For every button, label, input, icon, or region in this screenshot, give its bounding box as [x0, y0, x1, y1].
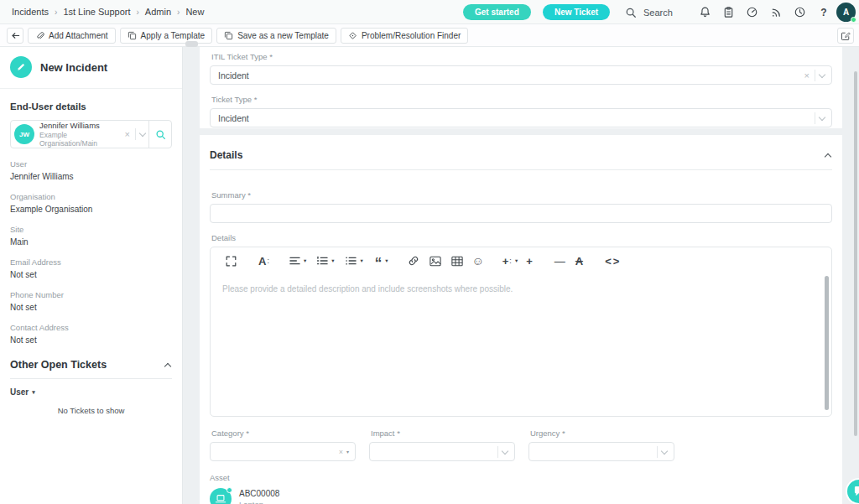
editor-toolbar: A: ▾ ▾ ▾: [211, 247, 831, 274]
caret-down-icon: ▾: [32, 389, 35, 396]
dashboard-gauge-icon[interactable]: [746, 6, 759, 19]
breadcrumb: Incidents › 1st Line Support › Admin › N…: [12, 7, 204, 17]
problem-resolution-finder-button[interactable]: Problem/Resolution Finder: [341, 28, 468, 44]
divider: [135, 128, 136, 140]
clear-user-icon[interactable]: ×: [122, 129, 133, 139]
search-label: Search: [643, 8, 673, 18]
divider: [815, 70, 815, 81]
category-select[interactable]: × ▾: [210, 442, 356, 461]
insert-table-icon[interactable]: [451, 256, 463, 267]
insert-image-icon[interactable]: [430, 256, 441, 267]
finder-diamond-icon: [348, 31, 357, 40]
ticket-type-label: Ticket Type *: [211, 95, 832, 104]
sidebar-scrollbar-thumb[interactable]: [185, 41, 198, 47]
breadcrumb-incidents[interactable]: Incidents: [12, 7, 49, 17]
details-card: Details Summary * Details A: ▾: [200, 135, 842, 504]
caret-down-icon[interactable]: ▾: [346, 449, 349, 455]
summary-input[interactable]: [210, 204, 832, 223]
end-user-details-heading: End-User details: [10, 101, 172, 112]
ticket-type-card: ITIL Ticket Type * Incident × Ticket Typ…: [200, 47, 842, 128]
user-avatar[interactable]: A: [836, 3, 856, 22]
user-selector[interactable]: JW Jennifer Williams Example Organisatio…: [10, 120, 172, 148]
tasks-clipboard-icon[interactable]: [721, 6, 735, 19]
ticket-type-select[interactable]: Incident: [210, 108, 832, 127]
clear-field-icon[interactable]: ×: [339, 448, 343, 456]
add-attachment-button[interactable]: Add Attachment: [28, 28, 116, 44]
plus-icon[interactable]: +: [526, 256, 533, 267]
no-tickets-message: No Tickets to show: [0, 406, 182, 415]
chevron-up-icon: [825, 153, 831, 159]
fullscreen-icon[interactable]: [226, 256, 237, 267]
divider: [10, 378, 172, 379]
breadcrumb-agent[interactable]: Admin: [145, 7, 171, 17]
global-search[interactable]: Search: [624, 0, 673, 24]
breadcrumb-separator: ›: [177, 8, 180, 17]
summary-label: Summary *: [211, 190, 832, 200]
avatar-initial: A: [843, 8, 849, 17]
chat-icon: [853, 486, 859, 497]
save-template-button[interactable]: Save as a new Template: [216, 28, 336, 44]
help-icon[interactable]: ?: [817, 6, 830, 19]
apply-template-button[interactable]: Apply a Template: [120, 28, 213, 44]
get-started-button[interactable]: Get started: [463, 4, 531, 20]
insert-field-icon[interactable]: +: ▾: [502, 256, 518, 267]
finder-label: Problem/Resolution Finder: [362, 31, 461, 40]
itil-ticket-type-label: ITIL Ticket Type *: [211, 52, 832, 61]
page-scrollbar-thumb[interactable]: [854, 71, 857, 436]
paperclip-icon: [35, 31, 44, 40]
action-toolbar: Add Attachment Apply a Template Save as …: [0, 24, 859, 47]
user-search-button[interactable]: [148, 121, 171, 148]
chevron-down-icon[interactable]: [139, 130, 146, 137]
details-section-header[interactable]: Details: [210, 135, 832, 161]
bullet-list-icon[interactable]: ▾: [346, 256, 362, 266]
chevron-down-icon[interactable]: [502, 447, 508, 454]
save-template-label: Save as a new Template: [237, 31, 329, 40]
field-contact-address: Contact Address Not set: [10, 323, 172, 345]
field-phone-number: Phone Number Not set: [10, 290, 172, 312]
sidebar-header: New Incident: [0, 47, 182, 89]
tickets-filter-dropdown[interactable]: User ▾: [10, 387, 35, 397]
breadcrumb-team[interactable]: 1st Line Support: [63, 7, 130, 17]
emoji-icon[interactable]: ☺: [471, 255, 483, 267]
recent-clock-icon[interactable]: [794, 6, 807, 19]
clear-field-icon[interactable]: ×: [802, 70, 812, 81]
top-bar: Incidents › 1st Line Support › Admin › N…: [0, 0, 859, 24]
urgency-select[interactable]: [528, 442, 674, 461]
breadcrumb-new[interactable]: New: [185, 7, 204, 17]
notifications-bell-icon[interactable]: [698, 6, 711, 19]
impact-label: Impact *: [371, 429, 515, 438]
asset-avatar: [210, 488, 232, 504]
editor-scrollbar-thumb[interactable]: [825, 276, 829, 410]
font-style-icon[interactable]: A:: [258, 256, 269, 267]
sidebar: New Incident End-User details JW Jennife…: [0, 47, 183, 504]
new-ticket-button[interactable]: New Ticket: [543, 4, 610, 20]
align-icon[interactable]: ▾: [289, 256, 306, 266]
ordered-list-icon[interactable]: ▾: [317, 256, 334, 266]
itil-ticket-type-select[interactable]: Incident ×: [210, 65, 832, 85]
chevron-down-icon[interactable]: [819, 113, 825, 120]
chevron-down-icon[interactable]: [661, 447, 668, 454]
sidebar-title: New Incident: [40, 61, 107, 74]
urgency-label: Urgency *: [530, 429, 674, 438]
ticket-type-value: Incident: [218, 113, 812, 123]
chevron-down-icon[interactable]: [819, 70, 825, 77]
user-initials-avatar: JW: [14, 124, 34, 144]
asset-item[interactable]: ABC00008 Laptop: [210, 488, 336, 504]
rss-feed-icon[interactable]: [769, 6, 783, 19]
asset-id: ABC00008: [239, 489, 279, 498]
other-open-tickets-header[interactable]: Other Open Tickets: [0, 359, 182, 371]
blockquote-icon[interactable]: “ ▾: [375, 254, 388, 268]
apply-template-label: Apply a Template: [141, 31, 206, 40]
selector-controls: ×: [122, 121, 171, 148]
details-rich-text-editor[interactable]: A: ▾ ▾ ▾: [210, 247, 832, 417]
code-view-icon[interactable]: <>: [605, 256, 621, 267]
impact-select[interactable]: [369, 442, 515, 461]
chat-bubble-button[interactable]: [846, 478, 859, 504]
top-icon-row: ?: [698, 0, 830, 24]
back-button[interactable]: [7, 28, 23, 44]
edit-layout-button[interactable]: [837, 28, 854, 44]
horizontal-rule-icon[interactable]: —: [554, 256, 565, 267]
link-icon[interactable]: [408, 255, 419, 267]
clear-formatting-icon[interactable]: A: [575, 256, 583, 267]
selected-user: Jennifer Williams Example Organisation/M…: [39, 121, 122, 148]
